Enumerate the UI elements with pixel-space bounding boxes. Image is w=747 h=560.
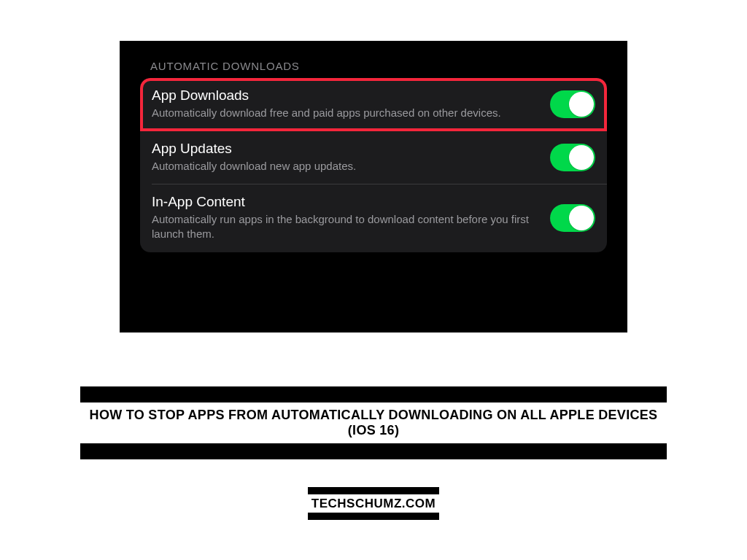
caption-block: How To Stop Apps from Automatically Down… <box>80 386 667 459</box>
setting-row-in-app-content[interactable]: In-App Content Automatically run apps in… <box>140 184 607 252</box>
setting-desc: Automatically run apps in the background… <box>152 212 537 242</box>
toggle-knob <box>569 145 594 170</box>
setting-text: App Downloads Automatically download fre… <box>152 88 550 120</box>
toggle-knob <box>569 92 594 117</box>
setting-title: App Downloads <box>152 88 537 104</box>
setting-desc: Automatically download free and paid app… <box>152 106 537 120</box>
setting-row-app-updates[interactable]: App Updates Automatically download new a… <box>140 131 607 184</box>
setting-row-app-downloads[interactable]: App Downloads Automatically download fre… <box>140 78 607 131</box>
credit-bar-bottom <box>308 513 439 520</box>
credit-block: TECHSCHUMZ.COM <box>308 487 439 520</box>
settings-screenshot: AUTOMATIC DOWNLOADS App Downloads Automa… <box>120 41 627 332</box>
toggle-app-updates[interactable] <box>550 144 595 171</box>
credit-bar-top <box>308 487 439 494</box>
credit-text: TECHSCHUMZ.COM <box>311 494 436 513</box>
setting-text: In-App Content Automatically run apps in… <box>152 194 550 241</box>
toggle-knob <box>569 206 594 230</box>
settings-card: App Downloads Automatically download fre… <box>140 78 607 252</box>
setting-title: App Updates <box>152 141 537 158</box>
caption-text: How To Stop Apps from Automatically Down… <box>80 402 667 443</box>
toggle-app-downloads[interactable] <box>550 90 595 118</box>
setting-text: App Updates Automatically download new a… <box>152 141 550 174</box>
section-header: AUTOMATIC DOWNLOADS <box>140 60 607 72</box>
toggle-in-app-content[interactable] <box>550 204 595 232</box>
caption-bar-top <box>80 386 667 402</box>
setting-desc: Automatically download new app updates. <box>152 159 537 174</box>
setting-title: In-App Content <box>152 194 537 211</box>
caption-bar-bottom <box>80 443 667 459</box>
